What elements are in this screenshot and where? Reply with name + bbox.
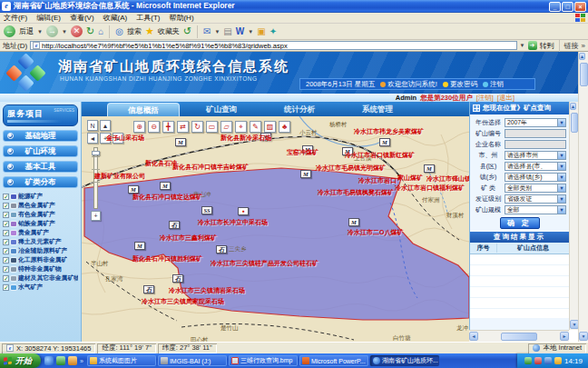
mine-marker[interactable]: M <box>424 164 435 173</box>
dropdown-arrow-icon[interactable]: ▼ <box>557 174 565 181</box>
pan-up-button[interactable]: ▲ <box>100 120 111 131</box>
dropdown-arrow-icon[interactable]: ▼ <box>557 163 565 170</box>
tab[interactable]: 系统管理 <box>341 102 414 116</box>
checkbox-checked-icon[interactable]: ✓ <box>3 257 9 264</box>
taskbar-task[interactable]: IMGIS-BAI (J:) <box>158 355 227 366</box>
mail-dropdown-icon[interactable]: ▼ <box>214 29 220 35</box>
refresh-icon[interactable]: ↻ <box>86 25 94 37</box>
home-icon[interactable]: ⌂ <box>98 26 103 36</box>
layer-item[interactable]: ✓ 冶金辅助原料矿产 <box>3 246 78 255</box>
layer-item[interactable]: ✓ 稀土及元素矿产 <box>3 237 78 246</box>
map-tool-button[interactable]: ↻ <box>191 121 203 133</box>
checkbox-checked-icon[interactable]: ✓ <box>3 194 9 200</box>
taskbar-task[interactable]: Microsoft PowerP... <box>299 355 368 366</box>
search-label[interactable]: 搜索 <box>127 26 142 36</box>
scroll-up-icon[interactable]: ▲ <box>570 103 576 110</box>
links-label[interactable]: 链接 <box>564 41 579 51</box>
map-tool-button[interactable]: ⊖ <box>148 121 160 133</box>
scroll-right-icon[interactable]: ► <box>560 332 569 341</box>
checkbox-checked-icon[interactable]: ✓ <box>3 275 9 282</box>
field-control[interactable]: ▼ <box>505 129 566 138</box>
address-dropdown-icon[interactable]: ▼ <box>520 43 525 48</box>
mine-marker[interactable]: 石 <box>143 285 154 293</box>
mine-marker[interactable]: 石 <box>216 245 227 254</box>
checkbox-checked-icon[interactable]: ✓ <box>3 212 9 218</box>
taskbar-task[interactable]: 系统截图图片 <box>87 355 156 366</box>
field-control[interactable]: 全部类别 ▼ <box>505 184 566 193</box>
zoom-out-button[interactable]: + <box>91 211 101 221</box>
field-control[interactable]: 全部 ▼ <box>505 205 566 214</box>
map-tool-button[interactable]: ✎ <box>250 121 261 133</box>
sidebar-menu-button[interactable]: 矿山环境 <box>3 145 78 157</box>
address-input[interactable]: e http://localhost/%e7%9f%bf%e5%b1%b1%e5… <box>30 41 516 50</box>
field-control[interactable]: 省级发证 ▼ <box>505 194 566 204</box>
media-quicklaunch-icon[interactable] <box>68 356 77 365</box>
menu-item[interactable]: 编辑(E) <box>36 13 61 23</box>
antivirus-tray-icon[interactable] <box>524 357 532 364</box>
field-control[interactable]: 请选择市州 ▼ <box>505 151 566 160</box>
map-tool-button[interactable]: ⇄ <box>177 121 189 133</box>
mine-marker[interactable]: M <box>134 242 145 250</box>
network-tray-icon[interactable] <box>544 357 552 364</box>
forward-icon[interactable]: → <box>46 25 58 37</box>
page-scroll-up-icon[interactable]: ▲ <box>579 53 585 60</box>
ie-quicklaunch-icon[interactable] <box>44 356 54 365</box>
layer-item[interactable]: ✓ 铂族金属矿产 <box>3 219 78 228</box>
links-more-icon[interactable]: » <box>582 42 585 50</box>
field-control[interactable]: 2007年 ▼ <box>505 118 566 127</box>
alert-tray-icon[interactable] <box>534 357 542 364</box>
address-url[interactable]: http://localhost/%e7%9f%bf%e5%b1%b1%e5%8… <box>42 42 288 50</box>
panel-horizontal-scrollbar[interactable]: ◄ ► <box>469 330 569 342</box>
map-tool-button[interactable]: ▨ <box>264 121 276 133</box>
dropdown-arrow-icon[interactable]: ▼ <box>557 152 565 159</box>
volume-tray-icon[interactable] <box>554 357 562 364</box>
print-icon[interactable]: ▤ <box>223 26 231 36</box>
favorites-icon[interactable]: ★ <box>145 25 154 37</box>
forward-dropdown-icon[interactable]: ▼ <box>62 29 67 35</box>
layer-item[interactable]: ✓ 特种非金属矿物 <box>3 264 78 274</box>
page-scrollbar[interactable]: ▲ ▼ <box>578 52 588 342</box>
exit-link[interactable]: [退出] <box>497 94 514 103</box>
layer-item[interactable]: ✓ 黑色金属矿产 <box>3 201 78 210</box>
menu-item[interactable]: 帮助(H) <box>169 13 193 23</box>
back-dropdown-icon[interactable]: ▼ <box>37 29 43 35</box>
logout-link[interactable]: 注销 <box>490 80 504 88</box>
tab[interactable]: 信息概括 <box>107 103 180 116</box>
dropdown-arrow-icon[interactable]: ▼ <box>557 206 565 214</box>
maximize-button[interactable]: □ <box>562 2 573 12</box>
messenger-icon[interactable]: ✦ <box>270 26 277 36</box>
checkbox-checked-icon[interactable]: ✓ <box>3 248 9 254</box>
mine-marker[interactable]: SS <box>201 206 212 214</box>
favorites-label[interactable]: 收藏夹 <box>158 26 180 36</box>
checkbox-checked-icon[interactable]: ✓ <box>3 203 9 209</box>
edit-dropdown-icon[interactable]: ▼ <box>248 29 253 35</box>
mine-marker[interactable]: M <box>348 218 359 226</box>
taskbar-task[interactable]: 湖南省矿山地质环... <box>370 355 439 366</box>
go-icon[interactable]: ➜ <box>528 41 537 50</box>
sidebar-menu-button[interactable]: 基础地理 <box>3 130 78 142</box>
map-viewport[interactable]: N ▲ ◄ + ► + ⊕⊖╋⇄↻▭▱⌖✎▨♣ MMMMMMMMMMMSS●石石… <box>82 116 469 342</box>
quicklaunch-more-icon[interactable]: » <box>80 358 83 364</box>
minimize-button[interactable]: _ <box>549 2 561 12</box>
go-label[interactable]: 转到 <box>540 41 554 51</box>
edit-icon[interactable]: W <box>236 26 244 36</box>
panel-vertical-scrollbar[interactable]: ▲ ▼ <box>569 102 578 330</box>
scroll-left-icon[interactable]: ◄ <box>469 332 478 341</box>
map-tool-button[interactable]: ╋ <box>162 121 174 133</box>
field-control[interactable]: ▼ <box>505 140 566 149</box>
field-control[interactable]: 请选择县(市、 ▼ <box>505 162 566 171</box>
back-label[interactable]: 后退 <box>19 26 34 36</box>
start-button[interactable]: 开始 <box>0 353 41 368</box>
mine-marker[interactable]: M <box>160 182 171 190</box>
stop-icon[interactable]: ✕ <box>71 25 83 37</box>
mail-icon[interactable]: ✉ <box>203 26 211 36</box>
checkbox-checked-icon[interactable]: ✓ <box>3 266 9 273</box>
pan-left-button[interactable]: ◄ <box>87 133 98 144</box>
dropdown-arrow-icon[interactable]: ▼ <box>557 184 565 192</box>
back-icon[interactable]: ← <box>4 25 15 37</box>
menu-item[interactable]: 查看(V) <box>70 13 94 23</box>
change-password-link[interactable]: 更改密码 <box>450 80 477 88</box>
sidebar-menu-button[interactable]: 基本工具 <box>3 161 78 173</box>
map-tool-button[interactable]: ⊕ <box>133 121 145 133</box>
search-icon[interactable]: ◎ <box>115 26 123 36</box>
